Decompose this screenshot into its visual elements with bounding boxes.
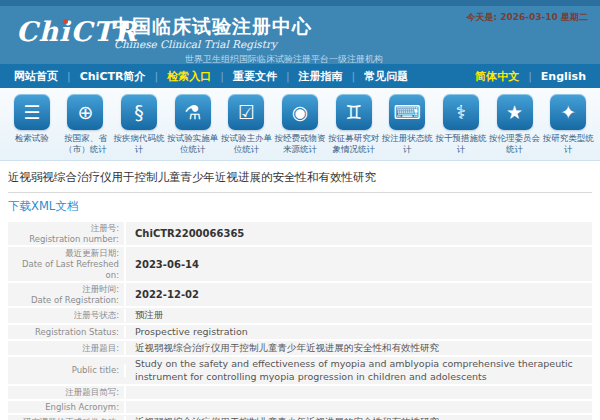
toolbar-item-by-sponsor-unit[interactable]: ☑ 按试验主办单位统计 xyxy=(220,94,274,160)
site-title-zh: 中国临床试验注册中心 xyxy=(112,14,312,40)
flask-icon: ⚗ xyxy=(175,94,211,130)
table-row-last-refreshed: 最近更新日期: Date of Last Refreshed on: 2023-… xyxy=(8,247,592,281)
nav-item-about[interactable]: ChiCTR简介 xyxy=(80,69,146,84)
toolbar-item-label: 按伦理委员会统计 xyxy=(488,133,542,154)
nav-item-faq[interactable]: 常见问题 xyxy=(364,69,408,84)
nav-separator: | xyxy=(220,70,224,83)
row-value: 近视弱视综合治疗仪用于控制儿童青少年近视进展的安全性和有效性研究 xyxy=(126,341,592,355)
nav-item-registration-guide[interactable]: 注册指南 xyxy=(299,69,343,84)
camera-icon: ◉ xyxy=(282,94,318,130)
trial-title: 近视弱视综合治疗仪用于控制儿童青少年近视进展的安全性和有效性研究 xyxy=(8,161,592,192)
list-icon: ☰ xyxy=(14,94,50,130)
dna-icon: § xyxy=(121,94,157,130)
row-label: 最近更新日期: Date of Last Refreshed on: xyxy=(8,247,126,281)
clipboard-icon: ☑ xyxy=(228,94,264,130)
row-label: 注册号: Registration number: xyxy=(8,222,126,245)
row-label: 注册时间: Date of Registration: xyxy=(8,283,126,306)
nav-item-home[interactable]: 网站首页 xyxy=(14,69,58,84)
row-value: 预注册 xyxy=(126,308,592,322)
nav-separator: | xyxy=(67,70,71,83)
row-label: English Acronym: xyxy=(8,401,126,414)
row-value: 近视弱视综合治疗仪用于控制儿童青少年近视进展的安全性和有效性研究 xyxy=(126,415,592,420)
nav-separator: | xyxy=(528,70,532,83)
divider xyxy=(8,192,592,193)
toolbar-item-label: 按试验主办单位统计 xyxy=(220,133,274,154)
toolbar-item-label: 按国家、省（市）统计 xyxy=(59,133,113,154)
row-value: Study on the safety and effectiveness of… xyxy=(126,357,592,384)
logo-runner-accent xyxy=(63,19,68,24)
keyboard-icon: ⌨ xyxy=(389,94,425,130)
table-row-public-title-zh: 注册题目: 近视弱视综合治疗仪用于控制儿童青少年近视进展的安全性和有效性研究 xyxy=(8,341,592,355)
row-label: 注册题目: xyxy=(8,342,126,355)
row-label: Public title: xyxy=(8,364,126,377)
row-value: Prospective registration xyxy=(126,325,592,339)
lang-english[interactable]: English xyxy=(541,70,586,83)
star-icon: ★ xyxy=(497,94,533,130)
toolbar-item-by-intervention[interactable]: ⚕ 按干预措施统计 xyxy=(434,94,488,160)
who-platform-subtitle: 世界卫生组织国际临床试验注册平台一级注册机构 xyxy=(185,53,383,66)
table-row-scientific-title-zh: 研究课题的正式科学名称: 近视弱视综合治疗仪用于控制儿童青少年近视进展的安全性和… xyxy=(8,415,592,420)
row-value: 2023-06-14 xyxy=(126,257,592,272)
statistics-toolbar: ☰ 检索试验 ⊕ 按国家、省（市）统计 § 按疾病代码统计 ⚗ 按试验实施单位统… xyxy=(0,88,600,161)
site-title-en: Chinese Clinical Trial Registry xyxy=(114,38,277,50)
toolbar-item-label: 按干预措施统计 xyxy=(434,133,488,154)
nav-item-search-entry[interactable]: 检索入口 xyxy=(167,69,211,84)
toolbar-item-label: 按疾病代码统计 xyxy=(112,133,166,154)
row-value xyxy=(126,391,592,393)
nav-separator: | xyxy=(286,70,290,83)
medical-icon: ⚕ xyxy=(443,94,479,130)
trial-detail-table: 注册号: Registration number: ChiCTR22000663… xyxy=(8,222,592,420)
toolbar-item-search-trials[interactable]: ☰ 检索试验 xyxy=(5,94,59,160)
toolbar-item-by-study-type[interactable]: ✦ 按研究类型统计 xyxy=(541,94,595,160)
toolbar-item-label: 按研究类型统计 xyxy=(541,133,595,154)
row-value: ChiCTR2200066365 xyxy=(126,226,592,241)
table-row-status-en: Registration Status: Prospective registr… xyxy=(8,325,592,339)
language-switcher: 简体中文 | English xyxy=(475,69,586,84)
toolbar-item-by-registration-status[interactable]: ⌨ 按注册状态统计 xyxy=(380,94,434,160)
toolbar-item-label: 检索试验 xyxy=(15,133,49,144)
toolbar-item-label: 按注册状态统计 xyxy=(380,133,434,154)
trial-detail-content: 近视弱视综合治疗仪用于控制儿童青少年近视进展的安全性和有效性研究 下载XML文档… xyxy=(0,161,600,420)
table-row-registration-date: 注册时间: Date of Registration: 2022-12-02 xyxy=(8,283,592,306)
toolbar-item-by-disease-code[interactable]: § 按疾病代码统计 xyxy=(112,94,166,160)
site-header: ChiCTR 中国临床试验注册中心 Chinese Clinical Trial… xyxy=(0,6,600,64)
toolbar-item-by-recruitment-status[interactable]: ♊ 按征募研究对象情况统计 xyxy=(327,94,381,160)
row-label: 研究课题的正式科学名称: xyxy=(8,416,126,420)
toolbar-item-by-funding-source[interactable]: ◉ 按经费或物资来源统计 xyxy=(273,94,327,160)
toolbar-item-label: 按征募研究对象情况统计 xyxy=(327,133,381,154)
row-label: 注册号状态: xyxy=(8,309,126,322)
table-row-registration-number: 注册号: Registration number: ChiCTR22000663… xyxy=(8,222,592,245)
toolbar-item-label: 按经费或物资来源统计 xyxy=(273,133,327,154)
toolbar-item-by-country-province[interactable]: ⊕ 按国家、省（市）统计 xyxy=(59,94,113,160)
table-row-acronym-zh: 注册题目简写: xyxy=(8,386,592,399)
chictr-trial-page: ChiCTR 中国临床试验注册中心 Chinese Clinical Trial… xyxy=(0,0,600,420)
row-label: 注册题目简写: xyxy=(8,386,126,399)
table-row-status-zh: 注册号状态: 预注册 xyxy=(8,308,592,322)
toolbar-item-by-implementing-unit[interactable]: ⚗ 按试验实施单位统计 xyxy=(166,94,220,160)
row-value xyxy=(126,406,592,408)
lang-simplified-chinese[interactable]: 简体中文 xyxy=(475,69,519,84)
sparkles-icon: ✦ xyxy=(550,94,586,130)
globe-icon: ⊕ xyxy=(67,94,103,130)
today-date: 今天是: 2026-03-10 星期二 xyxy=(467,11,588,24)
toolbar-item-label: 按试验实施单位统计 xyxy=(166,133,220,154)
people-icon: ♊ xyxy=(336,94,372,130)
main-nav: 网站首页 | ChiCTR简介 | 检索入口 | 重要文件 | 注册指南 | 常… xyxy=(0,64,600,88)
nav-item-important-documents[interactable]: 重要文件 xyxy=(233,69,277,84)
table-row-acronym-en: English Acronym: xyxy=(8,401,592,414)
download-xml-link[interactable]: 下载XML文档 xyxy=(8,193,78,219)
row-label: Registration Status: xyxy=(8,326,126,339)
nav-separator: | xyxy=(352,70,356,83)
table-row-public-title-en: Public title: Study on the safety and ef… xyxy=(8,357,592,384)
row-value: 2022-12-02 xyxy=(126,287,592,302)
toolbar-item-by-ethics-committee[interactable]: ★ 按伦理委员会统计 xyxy=(488,94,542,160)
nav-separator: | xyxy=(154,70,158,83)
